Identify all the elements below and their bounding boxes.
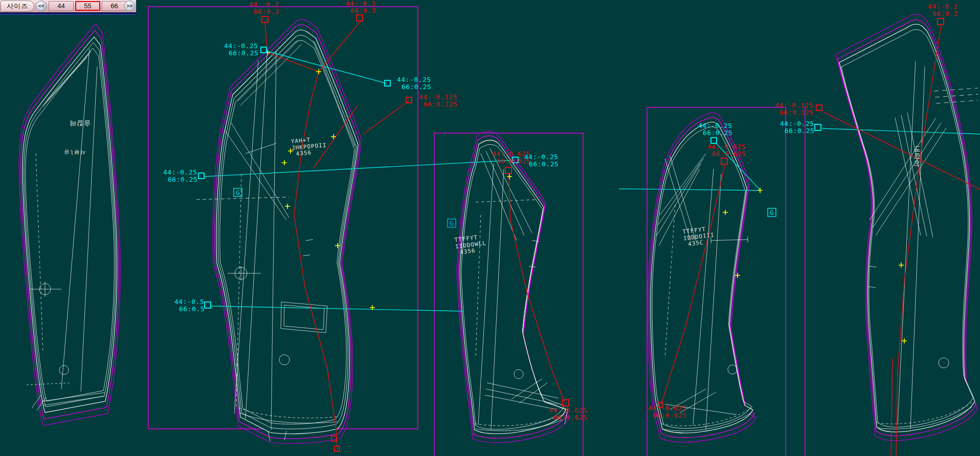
grade-label: 44:-0.266:0.2 [928, 3, 958, 17]
size-toolbar: 사이즈 << 44 55 66 >> [0, 0, 136, 14]
grade-label: 44:-0.62566:0.625 [549, 407, 588, 421]
piece-3-label: TTFFYT IIDDOWLL 4356 [454, 233, 487, 256]
grade-label: 44:-0.2566:0.25 [163, 169, 197, 183]
grade-label: 44:-0.12566:0.125 [419, 94, 458, 108]
grade-handle[interactable] [261, 16, 269, 23]
grade-label: 44:-0.266:0.2 [249, 1, 279, 15]
pattern-piece-1[interactable] [19, 24, 120, 425]
grade-handle[interactable] [814, 124, 821, 131]
pattern-canvas[interactable]: G G G [0, 0, 980, 456]
size-next-button[interactable]: >> [124, 1, 135, 11]
grade-handle[interactable] [198, 172, 205, 179]
size-button-44[interactable]: 44 [49, 1, 74, 11]
grade-label: 44:-0.2566:0.25 [698, 122, 732, 137]
grade-handle[interactable] [334, 446, 340, 452]
pattern-piece-4[interactable] [648, 113, 756, 442]
grade-label: 44:-0.2566:0.25 [524, 154, 559, 168]
grade-handle[interactable] [384, 80, 391, 86]
grade-label: 44:-0.2566:0.25 [780, 120, 814, 135]
size-toolbar-label: 사이즈 [1, 1, 34, 12]
grade-label: 44:-0.62566:0.625 [707, 143, 746, 158]
piece-2-label: YAH+T JHKPOPOII 4356 [291, 136, 327, 158]
pattern-piece-2[interactable] [196, 19, 362, 444]
grade-handle[interactable] [816, 104, 822, 111]
grade-handle[interactable] [260, 47, 267, 53]
pattern-piece-3[interactable] [457, 132, 569, 443]
grade-label: 44:-0.2566:0.25 [397, 76, 431, 91]
grade-handle[interactable] [331, 436, 337, 442]
size-prev-button[interactable]: << [36, 1, 47, 11]
grade-handle[interactable] [356, 14, 363, 21]
grade-handle[interactable] [204, 301, 211, 309]
size-button-55[interactable]: 55 [75, 1, 100, 11]
g-marker[interactable]: G [448, 219, 456, 227]
g-marker-letter: G [450, 220, 454, 227]
cad-viewport[interactable]: G G G 솔칼레 셔뷰l유 YAH+T JHKPOPOII 4356 TTFF… [0, 0, 980, 456]
piece-4-label: TTFFYT IDDDOIII 435C [682, 225, 716, 248]
grade-handle[interactable] [937, 18, 944, 25]
grade-handle[interactable] [406, 97, 412, 103]
grade-handle[interactable] [562, 399, 569, 406]
grade-handle[interactable] [721, 158, 728, 165]
grade-handle[interactable] [505, 167, 512, 174]
piece-5-label: 내티이 [912, 145, 921, 167]
grade-point-markers [265, 50, 907, 343]
grade-label: 44:-0.366:0.3 [346, 0, 376, 14]
grade-label: 44:-0.566:0.5 [174, 298, 205, 313]
g-marker-letter: G [770, 209, 774, 216]
g-marker-letter: G [236, 189, 240, 197]
piece-1-sublabel: 셔뷰l유 [63, 148, 86, 155]
grade-label: 44:-0.12566:0.125 [775, 102, 814, 116]
piece-1-label: 솔칼레 [69, 119, 91, 127]
size-button-66[interactable]: 66 [102, 1, 127, 11]
grade-label: 44:-0.2566:0.25 [224, 42, 258, 57]
grade-label: 44:-0.62566:0.625 [648, 405, 687, 419]
pattern-piece-5[interactable] [836, 14, 978, 441]
g-marker[interactable]: G [768, 208, 776, 216]
